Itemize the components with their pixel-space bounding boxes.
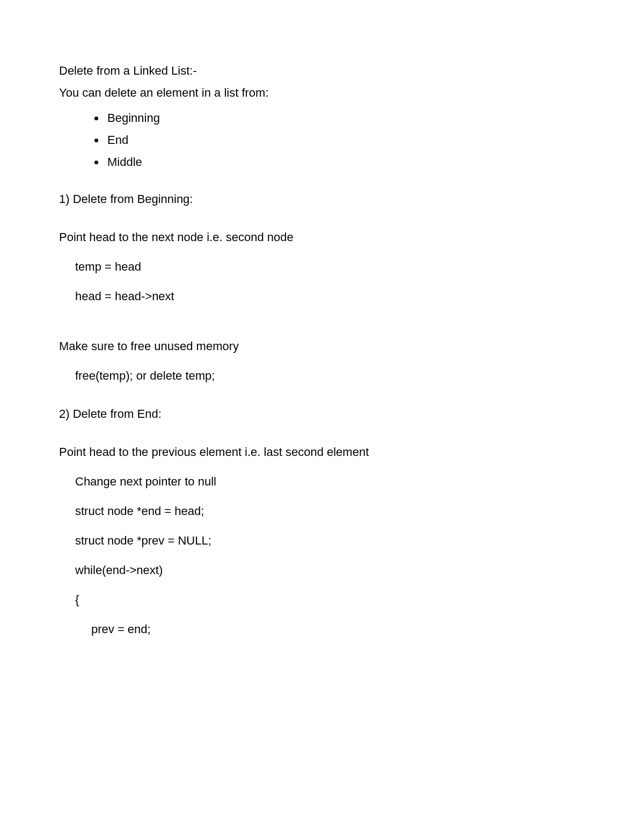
intro-text: You can delete an element in a list from… — [59, 84, 585, 101]
code-line: struct node *end = head; — [59, 502, 585, 520]
list-item: Beginning — [105, 109, 585, 127]
code-line: head = head->next — [59, 287, 585, 305]
code-line: free(temp); or delete temp; — [59, 367, 585, 385]
section-description: Point head to the next node i.e. second … — [59, 228, 585, 246]
code-line: prev = end; — [59, 620, 585, 638]
code-line: struct node *prev = NULL; — [59, 532, 585, 549]
page-title: Delete from a Linked List:- — [59, 62, 585, 79]
code-line: while(end->next) — [59, 561, 585, 579]
code-line: temp = head — [59, 258, 585, 275]
section-heading: 2) Delete from End: — [59, 405, 585, 423]
list-item: End — [105, 131, 585, 149]
list-item: Middle — [105, 153, 585, 171]
section-description: Point head to the previous element i.e. … — [59, 443, 585, 461]
note-text: Make sure to free unused memory — [59, 337, 585, 355]
document-page: Delete from a Linked List:- You can dele… — [0, 0, 644, 834]
section-heading: 1) Delete from Beginning: — [59, 190, 585, 208]
code-line: { — [59, 591, 585, 608]
bullet-list: Beginning End Middle — [59, 109, 585, 171]
code-line: Change next pointer to null — [59, 473, 585, 490]
